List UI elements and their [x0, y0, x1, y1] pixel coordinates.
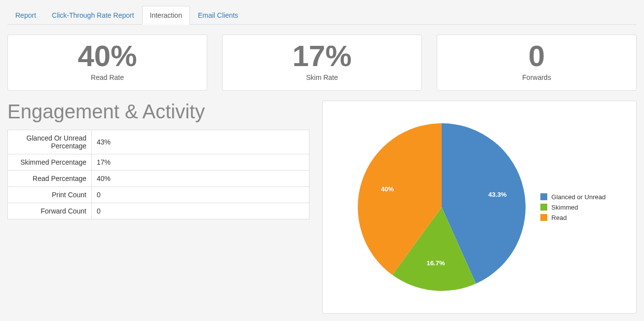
- pie-slice-label: 40%: [381, 185, 394, 193]
- engagement-chart: 43.3%16.7%40% Glanced or UnreadSkimmedRe…: [322, 101, 637, 314]
- cell-key: Glanced Or Unread Percentage: [8, 130, 92, 154]
- stat-value: 40%: [18, 40, 197, 72]
- stat-read-rate: 40% Read Rate: [7, 35, 207, 91]
- table-row: Print Count0: [8, 187, 309, 203]
- section-title: Engagement & Activity: [7, 101, 309, 123]
- legend-label: Skimmed: [551, 204, 578, 211]
- stat-skim-rate: 17% Skim Rate: [222, 35, 422, 91]
- stats-row: 40% Read Rate 17% Skim Rate 0 Forwards: [7, 35, 637, 91]
- chart-legend: Glanced or UnreadSkimmedRead: [540, 190, 606, 224]
- pie-slice-label: 43.3%: [489, 191, 507, 198]
- table-row: Glanced Or Unread Percentage43%: [8, 130, 309, 154]
- tab-interaction[interactable]: Interaction: [142, 6, 190, 25]
- cell-value: 40%: [92, 171, 309, 187]
- cell-value: 43%: [92, 130, 309, 154]
- tab-report[interactable]: Report: [7, 6, 44, 25]
- legend-item: Read: [540, 214, 606, 221]
- legend-swatch: [540, 204, 547, 211]
- legend-item: Glanced or Unread: [540, 193, 606, 201]
- stat-label: Read Rate: [18, 73, 197, 81]
- stat-label: Skim Rate: [232, 73, 412, 81]
- engagement-table: Glanced Or Unread Percentage43% Skimmed …: [7, 130, 309, 219]
- tab-email-clients[interactable]: Email Clients: [190, 6, 246, 25]
- cell-key: Print Count: [8, 187, 92, 203]
- cell-value: 0: [92, 187, 309, 203]
- cell-value: 0: [92, 203, 309, 219]
- stat-label: Forwards: [447, 73, 626, 81]
- pie-chart: 43.3%16.7%40%: [353, 111, 530, 303]
- cell-value: 17%: [92, 154, 309, 171]
- tab-bar: Report Click-Through Rate Report Interac…: [7, 6, 637, 25]
- cell-key: Read Percentage: [8, 171, 92, 187]
- cell-key: Forward Count: [8, 203, 92, 219]
- legend-label: Glanced or Unread: [551, 193, 606, 201]
- legend-swatch: [540, 214, 547, 221]
- pie-slice-label: 16.7%: [427, 259, 445, 267]
- legend-item: Skimmed: [540, 204, 606, 211]
- stat-forwards: 0 Forwards: [437, 35, 637, 91]
- table-row: Forward Count0: [8, 203, 309, 219]
- stat-value: 0: [447, 40, 626, 72]
- legend-swatch: [540, 193, 547, 200]
- cell-key: Skimmed Percentage: [8, 154, 92, 171]
- legend-label: Read: [551, 214, 567, 221]
- tab-ctr-report[interactable]: Click-Through Rate Report: [44, 6, 142, 25]
- table-row: Skimmed Percentage17%: [8, 154, 309, 171]
- stat-value: 17%: [232, 40, 412, 72]
- table-row: Read Percentage40%: [8, 171, 309, 187]
